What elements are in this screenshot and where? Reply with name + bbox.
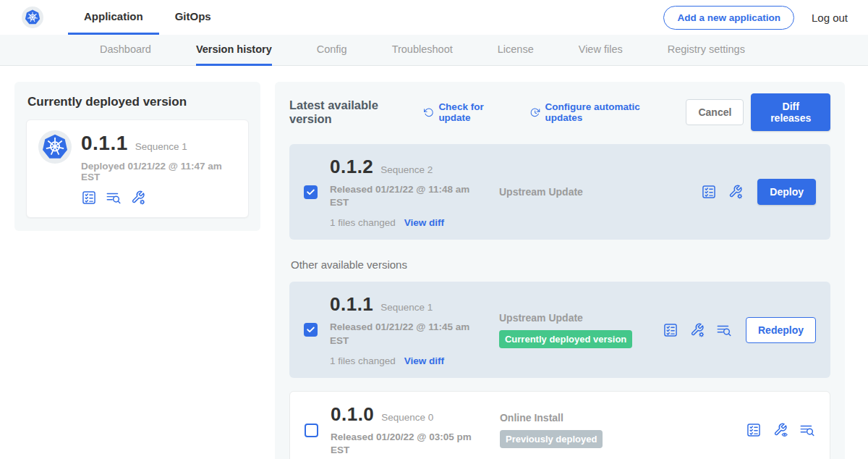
deployed-timestamp: Deployed 01/21/22 @ 11:47 am EST (81, 161, 237, 182)
version-number: 0.1.1 (330, 293, 373, 316)
deployed-version-number: 0.1.1 (81, 132, 128, 155)
currently-deployed-title: Currently deployed version (27, 95, 249, 109)
configure-automatic-updates-link[interactable]: Configure automatic updates (529, 101, 667, 123)
row-actions: Redeploy (663, 317, 816, 343)
checklist-icon[interactable] (746, 422, 762, 438)
tab-application[interactable]: Application (68, 0, 159, 35)
deploy-button[interactable]: Deploy (757, 179, 816, 205)
wrench-gear-icon[interactable] (130, 190, 146, 206)
logs-search-icon[interactable] (106, 190, 122, 206)
version-info: 0.1.0 Sequence 0 Released 01/20/22 @ 03:… (331, 403, 474, 457)
deployed-sequence-label: Sequence 1 (135, 141, 187, 152)
previously-deployed-badge: Previously deployed (500, 430, 603, 448)
subnav-view-files[interactable]: View files (579, 35, 623, 66)
check-for-update-label: Check for update (438, 101, 511, 123)
wrench-gear-icon[interactable] (689, 322, 705, 338)
version-info: 0.1.2 Sequence 2 Released 01/21/22 @ 11:… (330, 156, 473, 228)
version-checkbox[interactable] (304, 185, 318, 199)
source-label: Upstream Update (499, 186, 663, 198)
version-number: 0.1.0 (331, 403, 374, 426)
topnav-right: Add a new application Log out (663, 6, 848, 30)
version-row: 0.1.2 Sequence 2 Released 01/21/22 @ 11:… (289, 144, 830, 240)
released-timestamp: Released 01/21/22 @ 11:48 am EST (330, 183, 473, 209)
subnav-troubleshoot[interactable]: Troubleshoot (392, 35, 453, 66)
sequence-label: Sequence 0 (381, 412, 433, 423)
version-row: 0.1.0 Sequence 0 Released 01/20/22 @ 03:… (289, 391, 830, 459)
version-history-panel: Latest available version Check for updat… (275, 82, 845, 459)
tab-gitops[interactable]: GitOps (159, 0, 227, 35)
checklist-icon[interactable] (81, 190, 97, 206)
panel-header: Latest available version Check for updat… (289, 93, 830, 131)
source-label: Upstream Update (499, 312, 663, 324)
kubernetes-logo (22, 7, 43, 28)
diff-releases-button[interactable]: Diff releases (751, 93, 830, 131)
version-number: 0.1.2 (330, 156, 373, 178)
subnav-config[interactable]: Config (317, 35, 347, 66)
clock-refresh-icon (529, 106, 540, 119)
app-subnav: Dashboard Version history Config Trouble… (0, 35, 868, 66)
currently-deployed-badge: Currently deployed version (499, 330, 632, 348)
sequence-label: Sequence 2 (380, 164, 433, 175)
files-changed-label: 1 files changed (330, 355, 396, 366)
redeploy-button[interactable]: Redeploy (746, 317, 816, 343)
topnav-tabs: Application GitOps (68, 0, 227, 35)
top-navbar: Application GitOps Add a new application… (0, 0, 868, 35)
row-actions: Deploy (701, 179, 816, 205)
files-changed-label: 1 files changed (330, 217, 396, 228)
wrench-eye-icon[interactable] (773, 422, 788, 438)
view-diff-link[interactable]: View diff (404, 217, 444, 228)
currently-deployed-panel: Currently deployed version 0.1.1 Sequenc… (14, 82, 260, 231)
app-kubernetes-icon (38, 130, 72, 164)
logs-search-icon[interactable] (716, 322, 732, 338)
subnav-license[interactable]: License (498, 35, 534, 66)
cancel-button[interactable]: Cancel (686, 99, 744, 125)
logs-search-icon[interactable] (799, 422, 815, 438)
wrench-gear-icon[interactable] (728, 184, 744, 200)
version-source: Online Install Previously deployed (500, 412, 663, 448)
add-new-application-button[interactable]: Add a new application (663, 6, 794, 30)
subnav-dashboard[interactable]: Dashboard (100, 35, 151, 66)
released-timestamp: Released 01/21/22 @ 11:45 am EST (330, 321, 473, 347)
version-checkbox[interactable] (305, 424, 318, 437)
subnav-version-history[interactable]: Version history (196, 35, 272, 66)
subnav-registry-settings[interactable]: Registry settings (668, 35, 745, 66)
latest-available-title: Latest available version (289, 98, 412, 126)
configure-updates-label: Configure automatic updates (545, 101, 667, 123)
refresh-icon (423, 106, 434, 119)
version-info: 0.1.1 Sequence 1 Released 01/21/22 @ 11:… (330, 293, 473, 366)
sequence-label: Sequence 1 (380, 302, 433, 313)
deployed-version-info: 0.1.1 Sequence 1 Deployed 01/21/22 @ 11:… (81, 130, 237, 206)
deployed-version-card: 0.1.1 Sequence 1 Deployed 01/21/22 @ 11:… (26, 119, 249, 218)
main-content: Currently deployed version 0.1.1 Sequenc… (0, 66, 868, 459)
version-row: 0.1.1 Sequence 1 Released 01/21/22 @ 11:… (289, 282, 830, 377)
released-timestamp: Released 01/20/22 @ 03:05 pm EST (331, 431, 474, 457)
checklist-icon[interactable] (701, 184, 717, 200)
view-diff-link[interactable]: View diff (404, 355, 444, 366)
checklist-icon[interactable] (663, 322, 678, 338)
source-label: Online Install (500, 412, 663, 424)
logout-link[interactable]: Log out (812, 12, 848, 24)
row-actions (746, 422, 815, 438)
version-checkbox[interactable] (304, 323, 318, 337)
version-source: Upstream Update (499, 186, 663, 198)
check-for-update-link[interactable]: Check for update (423, 101, 511, 123)
version-source: Upstream Update Currently deployed versi… (499, 312, 663, 348)
other-versions-heading: Other available versions (291, 258, 830, 271)
